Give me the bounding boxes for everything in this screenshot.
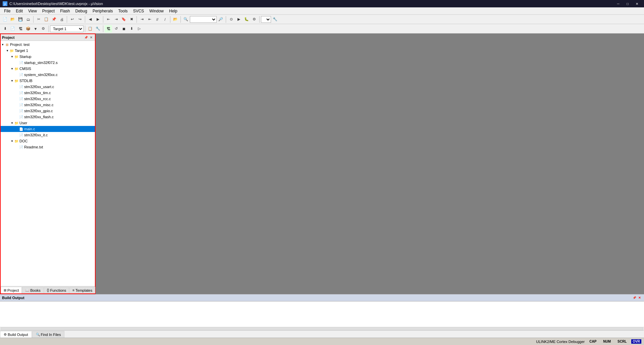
copy-button[interactable]: 📋	[43, 16, 50, 23]
build-output-header-buttons: 📌 ✕	[632, 295, 642, 300]
config-button[interactable]: ⚙	[40, 25, 47, 32]
manage-button[interactable]: 📋	[87, 25, 94, 32]
bookmark-clear-button[interactable]: ✖	[128, 16, 135, 23]
project-tab-books[interactable]: 📖 Books	[22, 287, 44, 293]
menu-item-view[interactable]: View	[25, 8, 40, 14]
new-file-button[interactable]: 📄	[1, 16, 9, 23]
rebuild-button[interactable]: ↺	[112, 25, 120, 32]
open-file-button2[interactable]: 📂	[172, 16, 179, 23]
menu-item-tools[interactable]: Tools	[116, 8, 130, 14]
tree-folder-target 1[interactable]: ▼ 📁 Target 1	[1, 48, 95, 54]
tree-file-Readme_txt[interactable]: 📄 Readme.txt	[1, 144, 95, 150]
undo-button[interactable]: ↩	[68, 16, 76, 23]
minimize-button[interactable]: ─	[614, 1, 623, 7]
unindent-button[interactable]: ⇤	[146, 16, 153, 23]
menu-item-edit[interactable]: Edit	[13, 8, 25, 14]
nav-forward-button[interactable]: ▶	[94, 16, 102, 23]
run-button[interactable]: ▶	[235, 16, 243, 23]
tree-file-startup_stm32f072_s[interactable]: 📄 startup_stm32f072.s	[1, 60, 95, 66]
project-tab-project[interactable]: ⊞ Project	[1, 287, 22, 293]
find-in-files-button[interactable]: 🔎	[217, 16, 224, 23]
search-dropdown[interactable]	[190, 16, 217, 23]
panel-pin-button[interactable]: 📌	[84, 35, 88, 40]
multi-btn[interactable]: 📦	[24, 25, 32, 32]
load-button[interactable]: ⬇	[1, 25, 9, 32]
file-icon: 📄	[19, 133, 23, 137]
nav-back-button[interactable]: ◀	[87, 16, 94, 23]
debug-start-button[interactable]: ▷	[136, 25, 143, 32]
tree-folder-label: STDLIB	[19, 79, 33, 83]
print-button[interactable]: 🖨	[58, 16, 65, 23]
tree-file-stm32f0xx_rcc_c[interactable]: 📄 stm32f0xx_rcc.c	[1, 96, 95, 102]
build-tab-find-in-files[interactable]: 🔍 Find In Files	[32, 331, 65, 338]
tree-folder-cmsis[interactable]: ▼ 📁 CMSIS	[1, 66, 95, 72]
tree-folder-label: Target 1	[15, 49, 28, 53]
indent-button[interactable]: ⇥	[138, 16, 146, 23]
open-button[interactable]: 📂	[9, 16, 16, 23]
tree-folder-stdlib[interactable]: ▼ 📁 STDLIB	[1, 78, 95, 84]
tree-file-label: main.c	[24, 127, 35, 131]
tree-folder-startup[interactable]: ▼ 📁 Startup	[1, 54, 95, 60]
download-button[interactable]: ⬇	[128, 25, 135, 32]
bookmark-toggle-button[interactable]: 🔖	[120, 16, 127, 23]
stop-build-button[interactable]: ⏹	[120, 25, 127, 32]
uncomment-button[interactable]: /	[161, 16, 169, 23]
stop-button[interactable]: ⊙	[227, 16, 235, 23]
tree-root[interactable]: ▼ ⊞ Project: test	[1, 42, 95, 48]
menu-item-peripherals[interactable]: Peripherals	[90, 8, 116, 14]
separator-6	[170, 16, 170, 23]
build-target-button[interactable]: 🏗	[105, 25, 112, 32]
tree-folder-doc[interactable]: ▼ 📁 DOC	[1, 138, 95, 144]
tree-folder-user[interactable]: ▼ 📁 User	[1, 120, 95, 126]
tree-file-stm32f0xx_flash_c[interactable]: 📄 stm32f0xx_flash.c	[1, 114, 95, 120]
tree-file-stm32f0xx_tim_c[interactable]: 📄 stm32f0xx_tim.c	[1, 90, 95, 96]
paste-button[interactable]: 📌	[50, 16, 58, 23]
scrollbar-track[interactable]	[1, 328, 643, 330]
menu-item-svcs[interactable]: SVCS	[130, 8, 147, 14]
find-button[interactable]: 🔍	[182, 16, 190, 23]
tree-file-stm32f0xx_gpio_c[interactable]: 📄 stm32f0xx_gpio.c	[1, 108, 95, 114]
debugger-label: ULINK2/ME Cortex Debugger	[536, 340, 585, 344]
view-dropdown[interactable]	[261, 16, 271, 23]
tree-file-stm32f0xx_misc_c[interactable]: 📄 stm32f0xx_misc.c	[1, 102, 95, 108]
save-button[interactable]: 💾	[17, 16, 24, 23]
close-button[interactable]: ✕	[633, 1, 641, 7]
folder-icon: 📁	[14, 121, 19, 125]
tab-label-project: Project	[7, 288, 19, 292]
save-all-button[interactable]: 🗂	[24, 16, 32, 23]
project-tab-templates[interactable]: ≡ Templates	[69, 287, 95, 293]
build-output-close-button[interactable]: ✕	[637, 295, 642, 300]
bookmark-next-button[interactable]: ⇥	[112, 16, 120, 23]
tree-file-system_stm32f0xx_c[interactable]: 📄 system_stm32f0xx.c	[1, 72, 95, 78]
separator-5	[137, 16, 137, 23]
comment-button[interactable]: //	[154, 16, 161, 23]
bookmark-prev-button[interactable]: ⇤	[105, 16, 112, 23]
tools-button[interactable]: 🔧	[271, 16, 279, 23]
tree-file-stm32f0xx_usart_c[interactable]: 📄 stm32f0xx_usart.c	[1, 84, 95, 90]
build-output-scrollbar[interactable]	[0, 327, 644, 330]
menu-item-help[interactable]: Help	[166, 8, 180, 14]
menu-item-file[interactable]: File	[1, 8, 13, 14]
target-select[interactable]: Target 1	[50, 25, 84, 32]
menu-item-flash[interactable]: Flash	[57, 8, 72, 14]
cut-button[interactable]: ✂	[35, 16, 42, 23]
build-output-pin-button[interactable]: 📌	[632, 295, 637, 300]
menu-item-window[interactable]: Window	[147, 8, 166, 14]
new-uvision-button[interactable]: 📄	[9, 25, 16, 32]
debug-button[interactable]: 🐛	[243, 16, 250, 23]
settings-button[interactable]: ⚙	[251, 16, 258, 23]
redo-button[interactable]: ↪	[76, 16, 84, 23]
batch-build-button[interactable]: 🏗	[17, 25, 24, 32]
project-tab-functions[interactable]: {} Functions	[44, 287, 69, 293]
menu-item-debug[interactable]: Debug	[73, 8, 90, 14]
file-icon: 📄	[19, 127, 23, 131]
tree-file-stm32f0xx_it_c[interactable]: 📄 stm32f0xx_it.c	[1, 132, 95, 138]
build-tab-build-output[interactable]: ⚙ Build Output	[0, 331, 32, 338]
options-arrow[interactable]: ▼	[32, 25, 39, 32]
panel-close-button[interactable]: ✕	[89, 35, 94, 40]
tree-file-main_c[interactable]: 📄 main.c	[1, 126, 95, 132]
maximize-button[interactable]: □	[623, 1, 632, 7]
debug-winbtn[interactable]: 🔧	[94, 25, 102, 32]
tree-file-label: stm32f0xx_usart.c	[24, 85, 54, 89]
menu-item-project[interactable]: Project	[40, 8, 57, 14]
